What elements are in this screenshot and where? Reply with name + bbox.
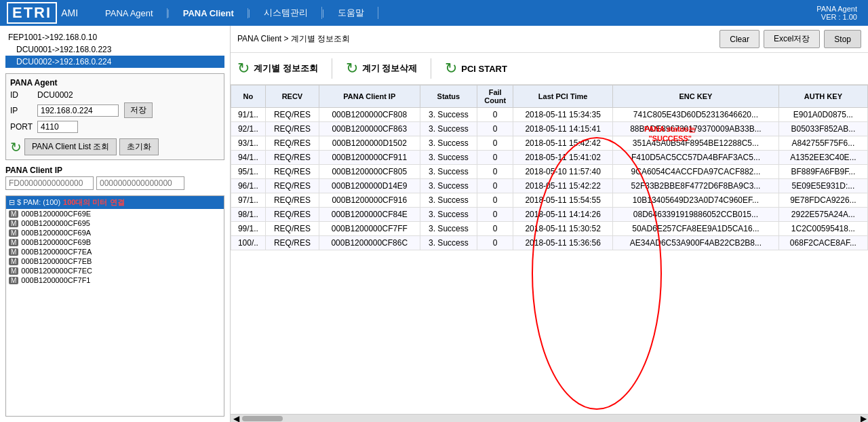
col-auth: AUTH KEY: [778, 85, 867, 108]
stop-button[interactable]: Stop: [824, 30, 861, 48]
id-label: ID: [10, 90, 37, 100]
toolbar-item-info[interactable]: ↻ 계기별 정보조회: [237, 60, 318, 77]
header-buttons: Clear Excel저장 Stop: [719, 30, 861, 48]
table-row[interactable]: 91/1..REQ/RES000B1200000CF8083. Success0…: [231, 108, 868, 122]
table-row[interactable]: 93/1..REQ/RES000B1200000D15023. Success0…: [231, 136, 868, 151]
nav-system[interactable]: 시스템관리: [250, 7, 322, 19]
list-item[interactable]: M000B1200000CF69B: [6, 237, 224, 247]
toolbar: ↻ 계기별 정보조회 ↻ 계기 정보삭제 ↻ PCI START: [231, 53, 868, 85]
content-header: PANA Client > 계기별 정보조회 Clear Excel저장 Sto…: [231, 26, 868, 53]
device-list-count: 100대의 미터 연결: [63, 197, 124, 208]
ip-label: IP: [10, 106, 37, 115]
ami-label: AMI: [61, 7, 78, 18]
pana-agent-section: PANA Agent ID DCU0002 IP 저장 PORT ↻ PANA …: [5, 73, 224, 160]
toolbar-label-info: 계기별 정보조회: [254, 62, 318, 75]
id-value: DCU0002: [37, 90, 73, 100]
main-content: PANA Client > 계기별 정보조회 Clear Excel저장 Sto…: [231, 26, 868, 422]
pana-ip-label: PANA Client IP: [5, 166, 224, 175]
port-label: PORT: [10, 122, 37, 132]
nav-pana-agent[interactable]: PANA Agent: [92, 8, 167, 18]
save-button[interactable]: 저장: [124, 102, 153, 118]
list-item[interactable]: M000B1200000CF69A: [6, 228, 224, 237]
list-item[interactable]: M000B1200000CF7EB: [6, 256, 224, 266]
version-info: PANA Agent VER : 1.00: [816, 5, 861, 21]
sidebar: FEP1001->192.168.0.10 DCU0001->192.168.0…: [0, 26, 231, 422]
port-input[interactable]: [37, 121, 78, 133]
nav-help[interactable]: 도움말: [324, 7, 378, 19]
scrollbar-thumb[interactable]: [242, 416, 283, 421]
breadcrumb: PANA Client > 계기별 정보조회: [237, 33, 350, 45]
table-row[interactable]: 98/1..REQ/RES000B1200000CF84E3. Success0…: [231, 208, 868, 222]
refresh-icon-pci: ↻: [445, 60, 457, 77]
tree-container: FEP1001->192.168.0.10 DCU0001->192.168.0…: [5, 31, 224, 68]
tree-dcu0002[interactable]: DCU0002->192.168.0.224: [5, 56, 224, 68]
toolbar-item-delete[interactable]: ↻ 계기 정보삭제: [346, 60, 418, 77]
list-item[interactable]: M000B1200000CF7EA: [6, 247, 224, 256]
device-list-section: ⊟ $ PAM: (100) 100대의 미터 연결 M000B1200000C…: [5, 195, 224, 417]
device-list-prefix: ⊟ $ PAM: (100): [9, 198, 60, 207]
table-row[interactable]: 99/1..REQ/RES000B1200000CF7FF3. Success0…: [231, 222, 868, 236]
col-recv: RECV: [265, 85, 319, 108]
excel-button[interactable]: Excel저장: [764, 30, 820, 48]
etri-logo: ETRI: [7, 2, 57, 24]
toolbar-item-pci[interactable]: ↻ PCI START: [445, 60, 507, 77]
top-navigation: ETRI AMI PANA Agent | PANA Client | 시스템관…: [0, 0, 868, 26]
tree-fep[interactable]: FEP1001->192.168.0.10: [5, 31, 224, 43]
col-fail: FailCount: [477, 85, 513, 108]
col-enc: ENC KEY: [613, 85, 779, 108]
col-status: Status: [420, 85, 477, 108]
list-button[interactable]: PANA Client List 조회: [24, 138, 117, 155]
data-table-wrapper[interactable]: No RECV PANA Client IP Status FailCount …: [231, 85, 868, 414]
pana-ip-input1[interactable]: [5, 176, 94, 190]
tree-dcu0001[interactable]: DCU0001->192.168.0.223: [5, 43, 224, 56]
nav-items: PANA Agent | PANA Client | 시스템관리 | 도움말: [92, 7, 816, 19]
refresh-icon[interactable]: ↻: [10, 139, 22, 155]
col-time: Last PCI Time: [513, 85, 613, 108]
table-row[interactable]: 92/1..REQ/RES000B1200000CF8633. Success0…: [231, 122, 868, 136]
col-no: No: [231, 85, 266, 108]
list-item[interactable]: M000B1200000CF7F1: [6, 275, 224, 285]
list-item[interactable]: M000B1200000CF7EC: [6, 266, 224, 275]
refresh-icon-info: ↻: [237, 60, 250, 77]
toolbar-label-pci: PCI START: [461, 64, 507, 74]
device-list-header: ⊟ $ PAM: (100) 100대의 미터 연결: [6, 196, 224, 209]
toolbar-divider2: [431, 58, 431, 79]
reset-button[interactable]: 초기화: [119, 138, 159, 155]
list-item[interactable]: M000B1200000CF695: [6, 218, 224, 228]
list-item[interactable]: M000B1200000CF69E: [6, 209, 224, 218]
horizontal-scrollbar[interactable]: ◀ ▶: [231, 414, 868, 422]
toolbar-divider1: [332, 58, 332, 79]
ip-input[interactable]: [37, 104, 119, 117]
table-row[interactable]: 96/1..REQ/RES000B1200000D14E93. Success0…: [231, 179, 868, 193]
pana-ip-input2[interactable]: [96, 176, 184, 190]
clear-button[interactable]: Clear: [719, 30, 760, 48]
table-row[interactable]: 100/..REQ/RES000B1200000CF86C3. Success0…: [231, 236, 868, 250]
pana-client-ip-section: PANA Client IP: [5, 166, 224, 190]
table-row[interactable]: 97/1..REQ/RES000B1200000CF9163. Success0…: [231, 193, 868, 208]
toolbar-label-delete: 계기 정보삭제: [362, 62, 418, 75]
col-ip: PANA Client IP: [319, 85, 420, 108]
table-row[interactable]: 95/1..REQ/RES000B1200000CF8053. Success0…: [231, 165, 868, 179]
device-list-body[interactable]: M000B1200000CF69E M000B1200000CF695 M000…: [6, 209, 224, 290]
pana-agent-title: PANA Agent: [10, 78, 220, 88]
table-row[interactable]: 94/1..REQ/RES000B1200000CF9113. Success0…: [231, 151, 868, 165]
data-table: No RECV PANA Client IP Status FailCount …: [231, 85, 868, 250]
nav-pana-client[interactable]: PANA Client: [170, 8, 248, 18]
refresh-icon-delete: ↻: [346, 60, 358, 77]
